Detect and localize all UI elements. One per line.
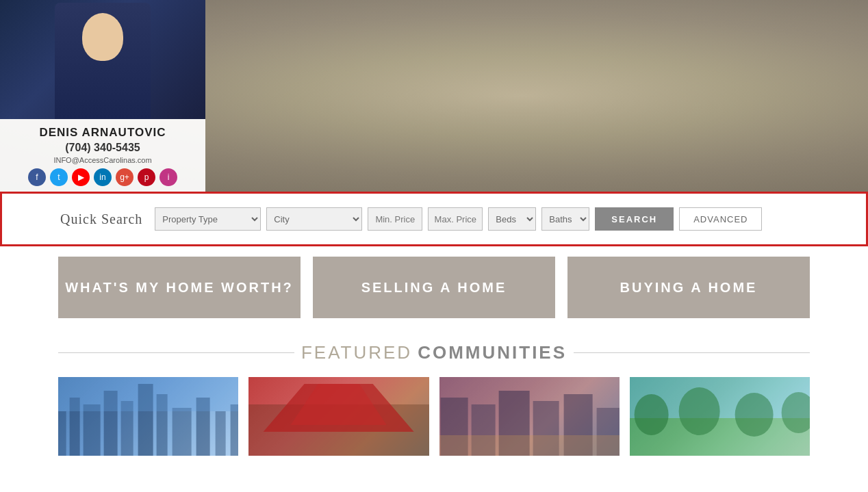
community-grid <box>58 377 810 456</box>
beds-select[interactable]: Beds 1+ 2+ 3+ 4+ 5+ <box>488 207 536 231</box>
action-buttons-row: WHAT'S MY HOME WORTH? SELLING A HOME BUY… <box>0 246 868 328</box>
community-card-2[interactable] <box>248 377 429 456</box>
selling-button[interactable]: SELLING A HOME <box>313 257 555 318</box>
svg-point-26 <box>678 387 719 435</box>
svg-rect-11 <box>58 377 238 411</box>
hero-section: DENIS ARNAUTOVIC (704) 340-5435 INFO@Acc… <box>0 0 868 192</box>
linkedin-icon[interactable]: in <box>94 168 112 186</box>
community-skyline-2 <box>248 377 429 456</box>
svg-point-27 <box>735 393 773 437</box>
title-line-right <box>574 352 810 353</box>
agent-card: DENIS ARNAUTOVIC (704) 340-5435 INFO@Acc… <box>0 0 205 192</box>
instagram-icon[interactable]: i <box>159 168 177 186</box>
search-button[interactable]: SEARCH <box>595 207 674 231</box>
svg-rect-9 <box>216 411 226 456</box>
svg-point-25 <box>634 394 668 435</box>
agent-name: DENIS ARNAUTOVIC <box>10 126 195 140</box>
quick-search-section: Quick Search Property Type Single Family… <box>0 192 868 246</box>
baths-select[interactable]: Baths 1+ 2+ 3+ 4+ <box>541 207 589 231</box>
quick-search-inner: Quick Search Property Type Single Family… <box>60 204 808 234</box>
svg-rect-7 <box>173 408 192 456</box>
agent-figure <box>55 3 151 119</box>
community-card-4[interactable] <box>630 377 810 456</box>
min-price-input[interactable] <box>368 207 422 231</box>
googleplus-icon[interactable]: g+ <box>116 168 133 186</box>
city-select[interactable]: City Charlotte Concord Huntersville Moor… <box>266 207 362 231</box>
agent-info-panel: DENIS ARNAUTOVIC (704) 340-5435 INFO@Acc… <box>0 119 205 192</box>
featured-title-bold: COMMUNITIES <box>418 342 567 363</box>
community-card-1[interactable] <box>58 377 238 456</box>
twitter-icon[interactable]: t <box>50 168 68 186</box>
community-skyline-3 <box>439 377 620 456</box>
max-price-input[interactable] <box>428 207 483 231</box>
facebook-icon[interactable]: f <box>28 168 46 186</box>
agent-head <box>82 13 123 61</box>
community-skyline-1 <box>58 377 238 456</box>
buying-label: BUYING A HOME <box>620 280 758 296</box>
svg-rect-10 <box>231 404 239 456</box>
home-worth-button[interactable]: WHAT'S MY HOME WORTH? <box>58 257 301 318</box>
advanced-button[interactable]: ADVANCED <box>679 207 762 231</box>
svg-rect-0 <box>58 411 66 456</box>
youtube-icon[interactable]: ▶ <box>72 168 90 186</box>
selling-label: SELLING A HOME <box>361 280 507 296</box>
agent-phone[interactable]: (704) 340-5435 <box>10 142 195 154</box>
featured-title: FEATURED COMMUNITIES <box>58 342 810 363</box>
quick-search-label: Quick Search <box>60 211 142 227</box>
featured-title-text: FEATURED COMMUNITIES <box>301 342 567 363</box>
featured-communities-section: FEATURED COMMUNITIES <box>0 328 868 463</box>
home-worth-label: WHAT'S MY HOME WORTH? <box>65 280 294 296</box>
property-type-select[interactable]: Property Type Single Family Condo Townho… <box>155 207 261 231</box>
svg-rect-2 <box>84 404 101 456</box>
agent-photo <box>0 0 205 119</box>
svg-rect-22 <box>439 435 620 456</box>
community-card-3[interactable] <box>439 377 620 456</box>
featured-title-light: FEATURED <box>301 342 412 363</box>
buying-button[interactable]: BUYING A HOME <box>567 257 810 318</box>
community-skyline-4 <box>630 377 810 456</box>
pinterest-icon[interactable]: p <box>138 168 155 186</box>
title-line-left <box>58 352 294 353</box>
agent-email[interactable]: INFO@AccessCarolinas.com <box>10 156 195 164</box>
social-icons-row: f t ▶ in g+ p i <box>10 168 195 186</box>
